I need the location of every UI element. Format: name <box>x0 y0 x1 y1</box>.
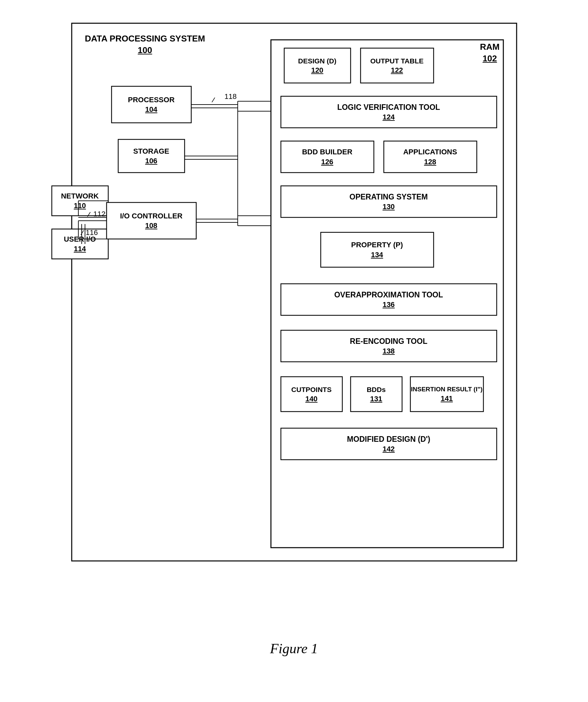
applications-box: APPLICATIONS 128 <box>384 141 477 172</box>
output-table-box: OUTPUT TABLE 122 <box>361 48 433 83</box>
userio-box: USER I/O 114 <box>52 229 108 259</box>
overapproximation-box: OVERAPPROXIMATION TOOL 136 <box>281 284 497 315</box>
insertion-result-box: INSERTION RESULT (I") 141 <box>410 377 483 412</box>
svg-text:118: 118 <box>224 92 237 101</box>
io-controller-box: I/O CONTROLLER 108 <box>107 203 196 239</box>
processor-box: PROCESSOR 104 <box>112 86 191 123</box>
property-box: PROPERTY (P) 134 <box>321 232 433 267</box>
svg-text:⁄: ⁄ <box>211 96 215 104</box>
storage-box: STORAGE 106 <box>118 139 185 172</box>
reencoding-box: RE-ENCODING TOOL 138 <box>281 330 497 362</box>
design-box: DESIGN (D) 120 <box>284 48 351 83</box>
operating-system-box: OPERATING SYSTEM 130 <box>281 186 497 217</box>
bdds-box: BDDs 131 <box>351 377 402 412</box>
modified-design-box: MODIFIED DESIGN (D') 142 <box>281 428 497 460</box>
cutpoints-box: CUTPOINTS 140 <box>281 377 342 412</box>
bdd-builder-box: BDD BUILDER 126 <box>281 141 374 172</box>
ram-label: RAM 102 <box>480 41 500 64</box>
logic-verification-box: LOGIC VERIFICATION TOOL 124 <box>281 96 497 128</box>
figure-caption: Figure 1 <box>270 640 318 657</box>
dps-label: DATA PROCESSING SYSTEM 100 <box>85 33 205 55</box>
network-box: NETWORK 110 <box>52 186 108 216</box>
